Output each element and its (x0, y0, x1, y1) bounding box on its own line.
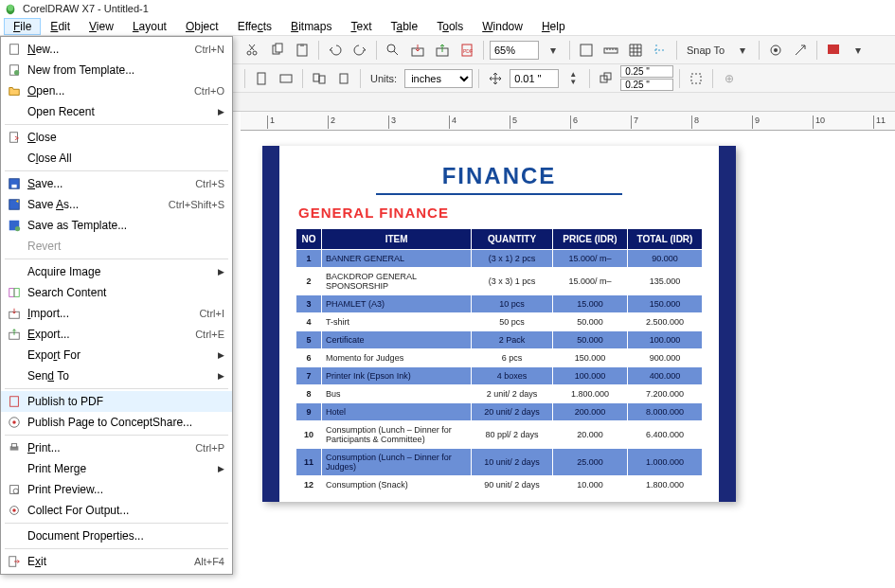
guidelines-button[interactable] (650, 40, 671, 61)
menu-shortcut: Ctrl+E (195, 329, 224, 340)
menu-item-print-merge[interactable]: Print Merge▶ (1, 458, 232, 479)
doc-title-underline (376, 193, 622, 195)
menu-effects[interactable]: Effects (228, 18, 281, 35)
import-button[interactable] (407, 40, 428, 61)
cell-price: 25.000 (552, 449, 627, 476)
fullscreen-button[interactable] (576, 40, 597, 61)
cell-total: 135.000 (627, 268, 702, 295)
launch-button[interactable] (790, 40, 811, 61)
units-select[interactable]: inches (404, 69, 473, 88)
svg-point-16 (774, 48, 778, 52)
nudge-icon (485, 68, 506, 89)
snap-to-dropdown-icon[interactable]: ▾ (732, 40, 753, 61)
menu-tools[interactable]: Tools (427, 18, 473, 35)
menu-item-export-for[interactable]: Export For▶ (1, 345, 232, 365)
zoom-level-input[interactable] (490, 41, 539, 60)
menu-item-publish-to-pdf[interactable]: Publish to PDF (1, 391, 232, 412)
menu-item-exit[interactable]: ExitAlt+F4 (1, 551, 232, 572)
cell-item: Consumption (Lunch – Dinner for Judges) (322, 449, 472, 476)
table-row: 7Printer Ink (Epson Ink)4 boxes100.00040… (296, 367, 703, 385)
treat-as-filled-button[interactable] (686, 68, 707, 89)
menu-object[interactable]: Object (176, 18, 228, 35)
menu-item-export[interactable]: Export...Ctrl+E (1, 324, 232, 345)
app-launcher-dropdown-icon[interactable]: ▾ (848, 40, 868, 61)
menu-view[interactable]: View (80, 18, 123, 35)
menu-item-save[interactable]: Save...Ctrl+S (1, 173, 232, 194)
nudge-input[interactable] (510, 69, 559, 88)
menu-item-close[interactable]: Close (1, 127, 232, 148)
menu-window[interactable]: Window (473, 18, 532, 35)
cut-button[interactable] (242, 40, 263, 61)
current-page-button[interactable] (333, 68, 354, 89)
menu-layout[interactable]: Layout (123, 18, 176, 35)
menu-item-close-all[interactable]: Close All (1, 148, 232, 169)
cell-total: 100.000 (627, 331, 702, 349)
cell-qty: 2 unit/ 2 days (472, 385, 553, 403)
menu-item-print[interactable]: Print...Ctrl+P (1, 437, 232, 458)
cell-item: Printer Ink (Epson Ink) (322, 367, 472, 385)
menu-item-open[interactable]: Open...Ctrl+O (1, 80, 232, 101)
col-qty: QUANTITY (472, 229, 553, 250)
export-button[interactable] (432, 40, 453, 61)
menu-item-save-as-template[interactable]: Save as Template... (1, 215, 232, 236)
cell-qty: 90 unit/ 2 days (472, 476, 553, 494)
cell-total: 90.000 (627, 250, 702, 268)
menu-shortcut: Ctrl+Shift+S (169, 199, 224, 210)
copy-button[interactable] (267, 40, 288, 61)
menu-item-label: New... (27, 43, 195, 56)
menu-item-import[interactable]: Import...Ctrl+I (1, 303, 232, 324)
menu-separator (5, 124, 228, 125)
menu-item-send-to[interactable]: Send To▶ (1, 365, 232, 386)
cell-no: 4 (296, 313, 322, 331)
duplicate-y-input[interactable] (620, 79, 673, 91)
menu-item-print-preview[interactable]: Print Preview... (1, 479, 232, 500)
menu-file[interactable]: File (4, 18, 41, 35)
rulers-button[interactable] (600, 40, 621, 61)
titlebar: CorelDRAW X7 - Untitled-1 (0, 0, 895, 17)
horizontal-ruler: 1 2 3 4 5 6 7 8 9 10 11 (241, 112, 895, 131)
menu-item-acquire-image[interactable]: Acquire Image▶ (1, 261, 232, 282)
snap-to-label[interactable]: Snap To (683, 45, 728, 56)
menu-item-label: New from Template... (27, 63, 224, 77)
cell-total: 1.000.000 (627, 449, 702, 476)
paste-button[interactable] (292, 40, 313, 61)
orientation-portrait-button[interactable] (251, 68, 272, 89)
menu-item-new[interactable]: New...Ctrl+N (1, 39, 232, 60)
template-icon (5, 62, 24, 79)
menu-item-label: Search Content (27, 286, 224, 299)
search-button[interactable] (383, 40, 403, 61)
menu-help[interactable]: Help (532, 18, 575, 35)
undo-button[interactable] (325, 40, 346, 61)
publish-pdf-button[interactable]: PDF (456, 40, 477, 61)
menu-text[interactable]: Text (341, 18, 381, 35)
grid-button[interactable] (625, 40, 646, 61)
menu-item-document-properties[interactable]: Document Properties... (1, 526, 232, 546)
all-pages-button[interactable] (309, 68, 330, 89)
menu-edit[interactable]: Edit (41, 18, 80, 35)
menu-item-label: Save as Template... (27, 219, 224, 232)
table-row: 10Consumption (Lunch – Dinner for Partic… (296, 421, 703, 449)
app-launcher-button[interactable] (823, 40, 844, 61)
menu-item-open-recent[interactable]: Open Recent▶ (1, 101, 232, 122)
add-preset-button[interactable]: ⊕ (719, 68, 740, 89)
zoom-dropdown-icon[interactable]: ▾ (543, 40, 564, 61)
nudge-spinner-icon[interactable]: ▲▼ (563, 68, 583, 89)
svg-rect-17 (828, 45, 839, 54)
menu-bitmaps[interactable]: Bitmaps (281, 18, 341, 35)
orientation-landscape-button[interactable] (276, 68, 296, 89)
menu-item-save-as[interactable]: Save As...Ctrl+Shift+S (1, 194, 232, 215)
menu-separator (5, 523, 228, 524)
menu-item-publish-page-to-conceptshare[interactable]: Publish Page to ConceptShare... (1, 412, 232, 433)
menu-item-new-from-template[interactable]: New from Template... (1, 60, 232, 80)
submenu-arrow-icon: ▶ (215, 267, 224, 276)
menu-table[interactable]: Table (381, 18, 427, 35)
redo-button[interactable] (349, 40, 370, 61)
duplicate-x-input[interactable] (620, 65, 673, 78)
app-logo-icon (4, 2, 17, 15)
menu-item-label: Open... (27, 84, 194, 98)
menu-item-collect-for-output[interactable]: Collect For Output... (1, 500, 232, 521)
canvas[interactable]: FINANCE GENERAL FINANCE NO ITEM QUANTITY… (234, 131, 895, 588)
menu-item-label: Print Preview... (27, 483, 224, 496)
options-button[interactable] (765, 40, 786, 61)
menu-item-search-content[interactable]: Search Content (1, 282, 232, 303)
